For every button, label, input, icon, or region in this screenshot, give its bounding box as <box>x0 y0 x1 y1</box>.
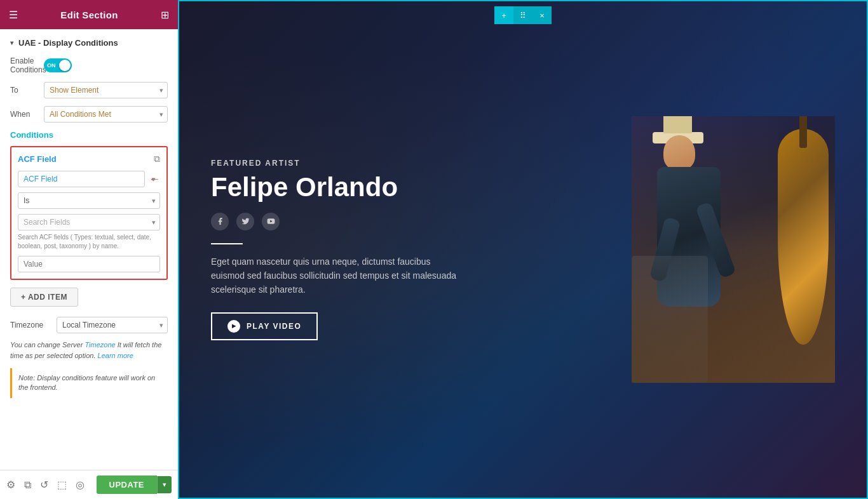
play-btn-label: PLAY VIDEO <box>247 322 301 331</box>
divider-line <box>211 243 243 244</box>
grid-icon[interactable]: ⊞ <box>161 9 169 21</box>
move-section-button[interactable]: ⠿ <box>513 6 532 24</box>
featured-label: FEATURED ARTIST <box>211 159 606 168</box>
play-icon <box>227 320 240 333</box>
timezone-label: Timezone <box>10 321 51 329</box>
guitar-shape <box>778 129 829 345</box>
when-label: When <box>10 110 39 119</box>
note-box: Note: Display conditions feature will wo… <box>10 368 168 398</box>
layers-icon[interactable]: ⧉ <box>24 479 31 491</box>
play-button[interactable]: PLAY VIDEO <box>211 312 318 340</box>
timezone-note: You can change Server Timezone It will f… <box>10 340 168 361</box>
youtube-icon[interactable] <box>262 213 280 230</box>
panel-body: ▾ UAE - Display Conditions Enable Condit… <box>0 29 178 470</box>
condition-box: ACF Field ⧉ ACF Field ← Is Is Not Contai… <box>10 146 168 280</box>
add-section-button[interactable]: + <box>494 6 513 24</box>
enable-conditions-toggle[interactable]: ON <box>44 58 72 72</box>
learn-more-link[interactable]: Learn more <box>98 352 133 359</box>
to-select[interactable]: Show Element Hide Element <box>44 82 168 98</box>
add-item-button[interactable]: + ADD ITEM <box>10 288 78 307</box>
timezone-note-text: You can change Server <box>10 341 85 349</box>
left-panel: ☰ Edit Section ⊞ ▾ UAE - Display Conditi… <box>0 0 178 499</box>
toggle-knob <box>59 60 71 71</box>
when-select-wrapper: All Conditions Met Any Condition Met <box>44 106 168 123</box>
eye-icon[interactable]: ◎ <box>76 479 85 491</box>
search-fields-wrapper: Search Fields <box>18 214 160 230</box>
condition-header: ACF Field ⧉ <box>18 154 160 164</box>
hero-content: FEATURED ARTIST Felipe Orlando Eget quam… <box>211 159 606 340</box>
twitter-icon[interactable] <box>236 213 254 230</box>
update-button[interactable]: UPDATE <box>97 476 157 494</box>
history-icon[interactable]: ↺ <box>40 479 48 491</box>
hero-section: FEATURED ARTIST Felipe Orlando Eget quam… <box>178 0 868 499</box>
timezone-link[interactable]: Timezone <box>85 341 115 349</box>
to-select-wrapper: Show Element Hide Element <box>44 82 168 98</box>
condition-field-row: ACF Field ← <box>18 171 160 187</box>
toggle-label: ON <box>47 62 56 69</box>
preview-area: + ⠿ × FEATURED ARTIST Felipe Orlando <box>178 0 868 499</box>
panel-header: ☰ Edit Section ⊞ <box>0 0 178 29</box>
hamburger-icon[interactable]: ☰ <box>9 9 18 21</box>
acf-field-select[interactable]: ACF Field <box>18 171 145 187</box>
toggle-switch[interactable]: ON <box>44 58 72 72</box>
when-row: When All Conditions Met Any Condition Me… <box>10 106 168 123</box>
close-section-button[interactable]: × <box>532 6 552 24</box>
bg-person <box>632 256 708 383</box>
section-title: ▾ UAE - Display Conditions <box>10 38 168 48</box>
operator-row: Is Is Not Contains <box>18 192 160 209</box>
timezone-select[interactable]: Local Timezone UTC Server Timezone <box>57 317 168 333</box>
red-arrow-icon: ← <box>149 173 160 186</box>
panel-title: Edit Section <box>60 10 118 20</box>
musician-figure <box>632 116 835 383</box>
hero-title: Felipe Orlando <box>211 173 606 202</box>
timezone-row: Timezone Local Timezone UTC Server Timez… <box>10 317 168 333</box>
preview-toolbar: + ⠿ × <box>494 6 552 24</box>
update-arrow-button[interactable]: ▾ <box>157 476 172 493</box>
note-text: Note: Display conditions feature will wo… <box>18 374 155 391</box>
enable-conditions-row: Enable Conditions ON <box>10 57 168 74</box>
value-input[interactable] <box>18 256 160 272</box>
hero-description: Eget quam nascetur quis urna neque, dict… <box>211 255 465 297</box>
search-hint: Search ACF fields ( Types: textual, sele… <box>18 233 160 251</box>
section-title-text: UAE - Display Conditions <box>18 38 118 48</box>
person-head <box>663 135 695 170</box>
settings-icon[interactable]: ⚙ <box>6 479 15 491</box>
update-btn-group: UPDATE ▾ <box>97 476 172 494</box>
chevron-icon: ▾ <box>10 39 13 46</box>
condition-type: ACF Field <box>18 154 57 164</box>
timezone-select-wrapper: Local Timezone UTC Server Timezone <box>57 317 168 333</box>
search-fields-select[interactable]: Search Fields <box>18 214 160 230</box>
facebook-icon[interactable] <box>211 213 229 230</box>
responsive-icon[interactable]: ⬚ <box>57 479 67 491</box>
footer-icons: ⚙ ⧉ ↺ ⬚ ◎ <box>6 479 85 491</box>
copy-icon[interactable]: ⧉ <box>154 154 160 164</box>
conditions-label: Conditions <box>10 130 168 140</box>
operator-select[interactable]: Is Is Not Contains <box>18 192 160 209</box>
enable-conditions-label: Enable Conditions <box>10 57 39 74</box>
to-row: To Show Element Hide Element <box>10 82 168 98</box>
panel-footer: ⚙ ⧉ ↺ ⬚ ◎ UPDATE ▾ <box>0 470 178 499</box>
to-label: To <box>10 86 39 95</box>
when-select[interactable]: All Conditions Met Any Condition Met <box>44 106 168 123</box>
hero-image <box>632 116 835 383</box>
social-icons <box>211 213 606 230</box>
